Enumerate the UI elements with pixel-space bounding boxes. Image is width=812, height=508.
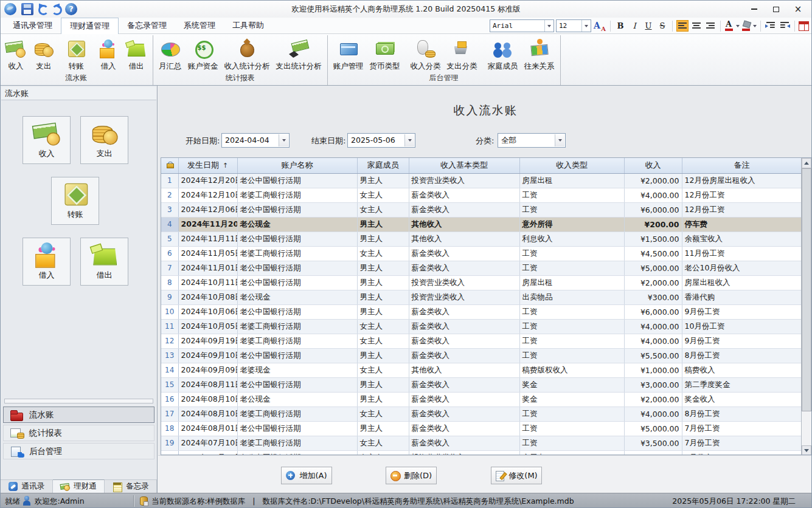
table-row[interactable]: 92024年10月08日老公现金男主人投资营业类收入出卖物品¥300.00香港代…	[161, 290, 802, 304]
chevron-down-icon[interactable]	[404, 134, 414, 146]
table-row[interactable]: 22024年12月10日老婆工商银行活期女主人薪金类收入工资¥4,000.001…	[161, 188, 802, 202]
tab-理财通[interactable]: 理财通	[53, 479, 105, 493]
chevron-down-icon[interactable]	[736, 25, 740, 27]
divider	[610, 21, 611, 32]
start-date-input[interactable]: 2024-04-04	[221, 133, 290, 148]
strikethrough-button[interactable]: S	[656, 20, 668, 32]
cell-收入: ¥200.00	[624, 217, 682, 232]
sidebar-button-借出[interactable]: 借出	[80, 238, 128, 286]
underline-button[interactable]: U	[642, 20, 654, 32]
table-scrollbar[interactable]	[801, 158, 811, 455]
align-left-button[interactable]	[676, 20, 689, 32]
chevron-down-icon[interactable]	[555, 134, 564, 146]
font-color-button[interactable]	[724, 20, 734, 32]
chevron-down-icon[interactable]	[581, 20, 591, 32]
menu-item-理财通管理[interactable]: 理财通管理	[61, 18, 119, 34]
toolbar-button-账户管理[interactable]: 账户管理	[330, 35, 367, 72]
chevron-down-icon[interactable]	[753, 25, 757, 27]
column-header-账户名称[interactable]: 账户名称	[237, 158, 357, 173]
toolbar-button-收入统计分析[interactable]: 收入统计分析	[221, 35, 273, 72]
chevron-down-icon[interactable]	[544, 20, 553, 32]
scroll-down-icon[interactable]	[802, 445, 811, 455]
sidebar-item-后台管理[interactable]: 后台管理	[3, 443, 154, 459]
column-header-发生日期[interactable]: 发生日期↑	[178, 158, 237, 173]
close-button[interactable]: ×	[787, 1, 809, 18]
table-row[interactable]: 122024年09月19日老婆工商银行活期女主人薪金类收入工资¥4,000.00…	[161, 334, 802, 348]
toolbar-button-转账[interactable]: 转账	[62, 35, 90, 72]
table-row[interactable]: 142024年09月09日老婆现金女主人其他收入稿费版权收入¥1,000.00稿…	[161, 363, 802, 377]
menu-item-工具帮助[interactable]: 工具帮助	[224, 18, 272, 34]
toolbar-button-账户资金[interactable]: 账户资金	[185, 35, 221, 72]
table-row[interactable]: 192024年07月10日老婆工商银行活期女主人薪金类收入工资¥3,500.00…	[161, 436, 802, 450]
menu-item-通讯录管理[interactable]: 通讯录管理	[4, 18, 61, 34]
cell-备注: 8月份工资	[682, 407, 802, 421]
chevron-down-icon[interactable]	[279, 134, 288, 146]
font-size-select[interactable]: 12	[556, 19, 591, 32]
column-header-收入类型[interactable]: 收入类型	[519, 158, 624, 173]
column-header-备注[interactable]: 备注	[682, 158, 802, 173]
table-row[interactable]: 82024年10月11日老公中国银行活期男主人投资营业类收入房屋出租¥2,000…	[161, 275, 802, 290]
toolbar-button-收入分类[interactable]: 收入分类	[408, 35, 444, 72]
toolbar-button-月汇总[interactable]: 月汇总	[156, 35, 185, 72]
menu-item-备忘录管理[interactable]: 备忘录管理	[119, 18, 175, 34]
toolbar-button-支出[interactable]: 支出	[30, 35, 58, 72]
cell-收入: ¥6,000.00	[624, 202, 682, 217]
indent-increase-button[interactable]	[765, 20, 777, 32]
toolbar-button-借出[interactable]: 借出	[122, 35, 150, 72]
tab-备忘录[interactable]: 备忘录	[105, 480, 157, 493]
minimize-button[interactable]	[743, 1, 765, 18]
action-button-修改(M)[interactable]: 修改(M)	[491, 467, 542, 484]
bold-button[interactable]: B	[614, 20, 626, 32]
fill-color-button[interactable]	[741, 20, 751, 32]
table-row[interactable]: 72024年11月01日老公中国银行活期男主人薪金类收入工资¥5,000.00老…	[161, 261, 802, 275]
column-header-家庭成员[interactable]: 家庭成员	[357, 158, 409, 173]
toolbar-button-货币类型[interactable]: 货币类型	[367, 35, 403, 72]
maximize-button[interactable]	[765, 1, 787, 18]
indent-decrease-button[interactable]	[779, 20, 791, 32]
cell-账户名称: 老婆工商银行活期	[237, 407, 357, 421]
table-row[interactable]: 152024年08月11日老公中国银行活期男主人薪金类收入奖金¥3,000.00…	[161, 377, 802, 392]
table-row[interactable]: 202024年07月10日老公中国银行活期女主人投资营业类收入房屋出租¥2,00…	[161, 450, 802, 455]
table-row[interactable]: 12024年12月20日老公中国银行活期男主人投资营业类收入房屋出租¥2,000…	[161, 173, 802, 188]
align-center-button[interactable]	[690, 20, 703, 32]
toolbar-button-借入[interactable]: 借入	[94, 35, 122, 72]
toolbar-button-往来关系[interactable]: 往来关系	[521, 35, 558, 72]
tab-通讯录[interactable]: 通讯录	[1, 480, 53, 493]
font-style-icon[interactable]	[593, 20, 606, 32]
sidebar-button-转账[interactable]: 转账	[51, 177, 99, 225]
table-row[interactable]: 112024年10月05日老婆工商银行活期女主人薪金类收入工资¥4,000.00…	[161, 319, 802, 334]
cell-收入类型: 工资	[519, 261, 624, 275]
table-row[interactable]: 62024年11月05日老婆工商银行活期女主人薪金类收入工资¥4,500.001…	[161, 246, 802, 261]
table-row[interactable]: 162024年08月10日老公现金男主人薪金类收入奖金¥2,000.00奖金收入	[161, 392, 802, 407]
align-right-button[interactable]	[704, 20, 717, 32]
sidebar-splitter[interactable]	[4, 399, 153, 403]
action-button-增加(A)[interactable]: 增加(A)	[281, 467, 332, 484]
toolbar-button-家庭成员[interactable]: 家庭成员	[485, 35, 521, 72]
table-row[interactable]: 182024年08月01日老公中国银行活期男主人薪金类收入工资¥5,000.00…	[161, 421, 802, 436]
table-row[interactable]: 172024年08月10日老婆工商银行活期女主人薪金类收入工资¥4,000.00…	[161, 407, 802, 421]
toolbar-button-支出分类[interactable]: 支出分类	[444, 35, 481, 72]
toolbar-button-支出统计分析[interactable]: 支出统计分析	[273, 35, 325, 72]
sidebar-button-支出[interactable]: 支出	[80, 116, 128, 164]
scroll-up-icon[interactable]	[802, 158, 811, 168]
table-row[interactable]: 132024年09月10日老公中国银行活期男主人薪金类收入工资¥5,500.00…	[161, 348, 802, 363]
table-row[interactable]: 42024年11月20日老公现金男主人其他收入意外所得¥200.00停车费	[161, 217, 802, 232]
action-button-删除(D)[interactable]: 删除(D)	[386, 467, 437, 484]
category-select[interactable]: 全部	[498, 133, 566, 148]
sidebar-button-借入[interactable]: 借入	[23, 238, 71, 286]
toolbar-button-收入[interactable]: 收入	[2, 35, 30, 72]
scrollbar-thumb[interactable]	[802, 168, 811, 411]
table-row[interactable]: 102024年10月06日老公中国银行活期男主人薪金类收入工资¥6,000.00…	[161, 304, 802, 319]
column-header-收入[interactable]: 收入	[624, 158, 682, 173]
sidebar-item-流水账[interactable]: 流水账	[3, 407, 154, 423]
sidebar-item-统计报表[interactable]: 统计报表	[3, 425, 154, 441]
table-row[interactable]: 32024年12月06日老公中国银行活期女主人薪金类收入工资¥6,000.001…	[161, 202, 802, 217]
table-style-button[interactable]	[799, 21, 809, 31]
table-row[interactable]: 52024年11月11日老公中国银行活期男主人其他收入利息收入¥1,500.00…	[161, 232, 802, 246]
menu-item-系统管理[interactable]: 系统管理	[175, 18, 224, 34]
end-date-input[interactable]: 2025-05-06	[347, 133, 415, 148]
sidebar-button-收入[interactable]: 收入	[23, 116, 71, 164]
font-name-select[interactable]: Arial	[490, 19, 554, 32]
italic-button[interactable]: I	[628, 20, 640, 32]
column-header-收入基本类型[interactable]: 收入基本类型	[409, 158, 519, 173]
